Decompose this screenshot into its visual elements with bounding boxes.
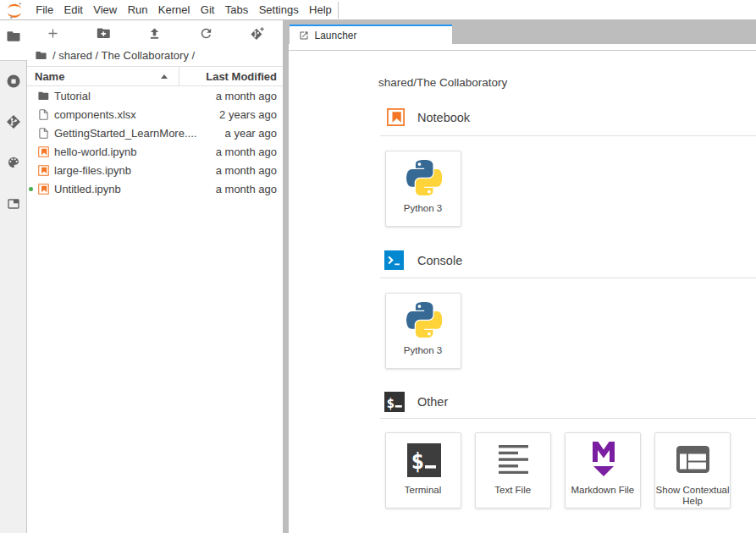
folder-icon <box>37 90 50 102</box>
tab-label: Launcher <box>315 30 357 41</box>
tabs-icon[interactable] <box>7 197 20 211</box>
section-title: Other <box>417 395 448 409</box>
activity-bar <box>0 20 27 533</box>
name-column-label: Name <box>35 70 64 83</box>
new-folder-icon <box>96 25 112 41</box>
section-header-notebook: Notebook <box>384 107 470 128</box>
main-dock-panel: Launcher shared/The Collaboratory Notebo… <box>289 20 756 533</box>
new-launcher-button[interactable] <box>41 23 63 45</box>
card-label: Show Contextual Help <box>653 485 732 507</box>
upload-icon <box>147 26 162 41</box>
file-name: large-files.ipynb <box>54 164 216 177</box>
svg-text:$: $ <box>387 394 395 410</box>
menu-run[interactable]: Run <box>122 0 152 20</box>
file-listing: Tutorial a month ago components.xlsx 2 y… <box>27 86 283 198</box>
sort-ascending-icon <box>161 74 168 79</box>
markdown-icon <box>593 442 615 477</box>
card-text-file[interactable]: Text File <box>475 432 551 508</box>
running-sessions-icon[interactable] <box>6 74 21 89</box>
section-divider <box>380 418 756 419</box>
notebook-icon <box>37 164 50 177</box>
svg-text:$: $ <box>411 448 424 474</box>
running-indicator-slot <box>27 179 37 198</box>
inspector-icon <box>676 446 709 473</box>
breadcrumb[interactable]: / shared / The Collaboratory / <box>27 46 283 65</box>
plus-icon <box>46 26 60 41</box>
menu-edit[interactable]: Edit <box>58 0 88 20</box>
menu-tabs[interactable]: Tabs <box>220 0 254 20</box>
file-name: Untitled.ipynb <box>54 183 216 195</box>
git-icon[interactable] <box>6 114 21 129</box>
running-indicator-slot <box>27 105 37 124</box>
python-logo-icon <box>406 302 442 338</box>
card-label: Python 3 <box>384 203 463 214</box>
launcher-panel: shared/The Collaboratory Notebook Python… <box>289 44 756 533</box>
git-clone-icon <box>250 26 265 41</box>
sidebar-tab-filebrowser[interactable] <box>0 20 27 60</box>
jupyterlab-window: File Edit View Run Kernel Git Tabs Setti… <box>0 0 756 533</box>
file-icon <box>37 108 50 121</box>
folder-icon <box>6 29 21 44</box>
terminal-icon: $ <box>407 443 441 477</box>
section-divider <box>380 135 756 136</box>
panel-splitter[interactable] <box>283 20 289 533</box>
palette-icon[interactable] <box>7 156 20 169</box>
dock-tab-bar: Launcher <box>289 20 756 44</box>
card-label: Python 3 <box>384 345 463 356</box>
file-row-hello-world-ipynb[interactable]: hello-world.ipynb a month ago <box>27 142 283 161</box>
upload-button[interactable] <box>144 23 166 45</box>
menu-settings[interactable]: Settings <box>253 0 303 20</box>
running-indicator-slot <box>27 142 37 161</box>
menu-view[interactable]: View <box>88 0 122 20</box>
file-row-gettingstarted[interactable]: GettingStarted_LearnMore.... a year ago <box>27 124 283 142</box>
card-markdown-file[interactable]: Markdown File <box>565 432 641 508</box>
card-console-python3[interactable]: Python 3 <box>385 293 461 369</box>
menu-bar: File Edit View Run Kernel Git Tabs Setti… <box>0 0 756 20</box>
card-label: Text File <box>473 485 553 496</box>
file-modified: a month ago <box>216 183 283 195</box>
section-divider <box>380 277 756 278</box>
new-folder-button[interactable] <box>93 23 115 45</box>
running-indicator-slot <box>27 86 37 105</box>
refresh-button[interactable] <box>195 23 217 45</box>
section-header-console: Console <box>384 250 462 271</box>
column-header-name[interactable]: Name <box>27 67 179 85</box>
file-icon <box>37 127 50 140</box>
launcher-top-rule <box>289 50 756 51</box>
file-browser-toolbar <box>27 20 283 47</box>
menu-kernel[interactable]: Kernel <box>153 0 196 20</box>
notebook-icon <box>37 183 50 195</box>
column-header-last-modified[interactable]: Last Modified <box>179 67 284 85</box>
file-name: components.xlsx <box>54 108 219 121</box>
python-logo-icon <box>406 160 442 195</box>
file-row-tutorial[interactable]: Tutorial a month ago <box>27 86 283 105</box>
tab-launcher[interactable]: Launcher <box>290 25 452 44</box>
git-clone-button[interactable] <box>246 23 268 45</box>
menu-separator <box>338 2 339 19</box>
card-label: Markdown File <box>563 485 643 496</box>
file-modified: a year ago <box>225 127 283 140</box>
running-indicator-slot <box>27 161 37 179</box>
file-row-large-files-ipynb[interactable]: large-files.ipynb a month ago <box>27 161 283 179</box>
console-icon <box>384 250 404 270</box>
running-kernel-indicator <box>29 187 33 191</box>
folder-icon <box>35 49 47 62</box>
card-notebook-python3[interactable]: Python 3 <box>385 151 461 227</box>
menu-git[interactable]: Git <box>196 0 220 20</box>
card-terminal[interactable]: $ Terminal <box>385 432 461 508</box>
terminal-icon: $ <box>384 392 405 412</box>
menu-file[interactable]: File <box>30 0 58 20</box>
section-title: Notebook <box>417 111 470 124</box>
breadcrumb-path[interactable]: / shared / The Collaboratory / <box>52 49 195 62</box>
file-row-untitled-ipynb[interactable]: Untitled.ipynb a month ago <box>27 179 283 198</box>
menu-help[interactable]: Help <box>304 0 337 20</box>
file-listing-header: Name Last Modified <box>27 66 283 86</box>
card-show-contextual-help[interactable]: Show Contextual Help <box>654 432 731 508</box>
file-modified: 2 years ago <box>219 108 283 121</box>
console-cards: Python 3 <box>385 293 461 369</box>
file-row-components-xlsx[interactable]: components.xlsx 2 years ago <box>27 105 283 124</box>
notebook-icon <box>37 146 50 158</box>
menu-items: File Edit View Run Kernel Git Tabs Setti… <box>30 0 337 20</box>
file-modified: a month ago <box>216 164 283 177</box>
modified-column-label: Last Modified <box>206 70 277 83</box>
